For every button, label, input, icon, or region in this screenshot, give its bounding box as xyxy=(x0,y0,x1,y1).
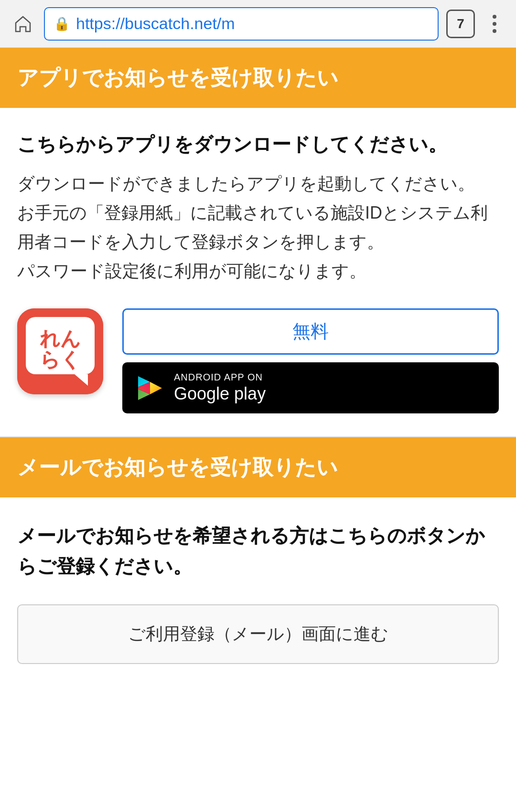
mail-section-header: メールでお知らせを受け取りたい xyxy=(0,437,516,497)
app-download-row: れん らく 無料 xyxy=(17,308,499,413)
url-text: https://buscatch.net/m xyxy=(76,14,235,33)
android-app-on-label: ANDROID APP ON xyxy=(174,372,266,383)
mail-section: メールでお知らせを希望される方はこちらのボタンからご登録ください。 ご利用登録（… xyxy=(0,497,516,687)
lock-icon: 🔒 xyxy=(54,16,70,32)
three-dots-icon xyxy=(493,15,496,33)
url-bar[interactable]: 🔒 https://buscatch.net/m xyxy=(44,7,439,41)
instruction-line-2: お手元の「登録用紙」に記載されている施設IDとシステム利用者コードを入力して登録… xyxy=(17,203,488,252)
app-download-section: こちらからアプリをダウンロードしてください。 ダウンロードができましたらアプリを… xyxy=(0,108,516,437)
home-button[interactable] xyxy=(10,11,36,37)
app-section-header: アプリでお知らせを受け取りたい xyxy=(0,48,516,108)
app-icon: れん らく xyxy=(17,308,103,394)
browser-menu-button[interactable] xyxy=(483,11,506,37)
svg-text:らく: らく xyxy=(40,348,81,371)
instruction-line-1: ダウンロードができましたらアプリを起動してください。 xyxy=(17,174,475,193)
google-play-button[interactable]: ANDROID APP ON Google play xyxy=(122,362,499,413)
app-instruction-body: ダウンロードができましたらアプリを起動してください。 お手元の「登録用紙」に記載… xyxy=(17,169,499,286)
tab-count[interactable]: 7 xyxy=(446,10,475,38)
mail-register-button[interactable]: ご利用登録（メール）画面に進む xyxy=(17,604,499,664)
mail-section-header-title: メールでお知らせを受け取りたい xyxy=(17,453,499,482)
free-button[interactable]: 無料 xyxy=(122,308,499,355)
browser-chrome: 🔒 https://buscatch.net/m 7 xyxy=(0,0,516,48)
google-play-text: ANDROID APP ON Google play xyxy=(174,372,266,404)
download-buttons-area: 無料 xyxy=(122,308,499,413)
app-section-header-title: アプリでお知らせを受け取りたい xyxy=(17,63,499,93)
mail-instruction-title: メールでお知らせを希望される方はこちらのボタンからご登録ください。 xyxy=(17,520,499,581)
svg-text:れん: れん xyxy=(40,327,81,350)
app-icon-container: れん らく xyxy=(17,308,103,394)
google-play-icon xyxy=(136,374,164,402)
google-play-name-label: Google play xyxy=(174,384,266,404)
free-button-label: 無料 xyxy=(292,321,329,341)
app-instruction-title: こちらからアプリをダウンロードしてください。 xyxy=(17,131,499,158)
mail-register-button-label: ご利用登録（メール）画面に進む xyxy=(128,624,388,643)
instruction-line-3: パスワード設定後に利用が可能になります。 xyxy=(17,261,366,281)
page-content: アプリでお知らせを受け取りたい こちらからアプリをダウンロードしてください。 ダ… xyxy=(0,48,516,687)
